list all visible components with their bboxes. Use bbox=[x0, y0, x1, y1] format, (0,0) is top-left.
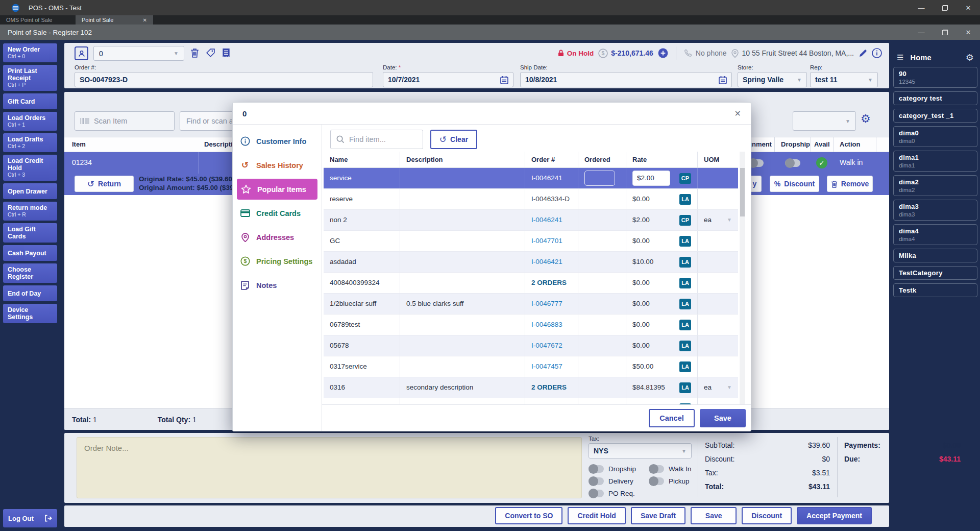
add-icon[interactable] bbox=[658, 48, 668, 58]
category-card[interactable]: dima0 dima0 bbox=[893, 126, 977, 147]
cancel-button[interactable]: Cancel bbox=[649, 409, 695, 427]
info-icon[interactable] bbox=[872, 48, 882, 58]
tab-credit-cards[interactable]: Credit Cards bbox=[233, 201, 322, 225]
toggle-switch[interactable] bbox=[589, 465, 604, 473]
footer-action-button[interactable]: Save bbox=[691, 507, 737, 524]
category-card[interactable]: 90 12345 bbox=[893, 67, 977, 88]
order-link[interactable]: I-0046421 bbox=[531, 258, 562, 266]
inner-close-icon[interactable]: ✕ bbox=[957, 25, 980, 40]
save-button[interactable]: Save bbox=[700, 409, 746, 427]
order-link[interactable]: 2 ORDERS bbox=[531, 279, 567, 287]
sidebar-action-button[interactable]: Cash Payout bbox=[3, 245, 57, 261]
footer-action-button[interactable]: Save Draft bbox=[631, 507, 685, 524]
uom-select[interactable]: ea ▼ bbox=[704, 216, 732, 224]
sidebar-action-button[interactable]: Print Last Receipt Ctrl + P bbox=[3, 65, 57, 91]
discount-item-button[interactable]: % Discount bbox=[770, 176, 819, 192]
scrollbar-thumb[interactable] bbox=[740, 168, 745, 216]
category-card[interactable]: Milka bbox=[893, 249, 977, 262]
close-icon[interactable]: ✕ bbox=[734, 109, 741, 118]
fulfillment-toggle[interactable]: Delivery bbox=[589, 477, 649, 485]
uom-select[interactable]: ea ▼ bbox=[704, 383, 732, 392]
order-link[interactable]: I-0046241 bbox=[531, 174, 562, 182]
customer-counter-select[interactable]: 0 ▼ bbox=[93, 46, 184, 61]
popular-item-row[interactable]: 0317service I-0047457 $50.00 LA bbox=[324, 356, 738, 377]
tab-point-of-sale[interactable]: Point of Sale ✕ bbox=[76, 15, 153, 25]
dropship-toggle[interactable] bbox=[785, 159, 800, 167]
tab-customer-info[interactable]: Customer Info bbox=[233, 129, 322, 153]
popular-item-row[interactable]: non 2 I-0046241 $2.00 CP ea ▼ bbox=[324, 210, 738, 231]
order-number-input[interactable]: SO-0047923-D bbox=[75, 72, 373, 87]
inner-restore-icon[interactable] bbox=[933, 25, 957, 40]
sidebar-action-button[interactable]: Load Gift Cards bbox=[3, 223, 57, 243]
sidebar-action-button[interactable]: Load Orders Ctrl + 1 bbox=[3, 112, 57, 131]
gear-icon[interactable]: ⚙ bbox=[966, 53, 974, 62]
popular-item-row[interactable]: 06789test I-0046883 $0.00 LA bbox=[324, 315, 738, 335]
category-card[interactable]: category_test _1 bbox=[893, 109, 977, 123]
sidebar-action-button[interactable]: End of Day bbox=[3, 285, 57, 301]
toggle-switch[interactable] bbox=[589, 490, 604, 497]
tab-close-icon[interactable]: ✕ bbox=[143, 17, 147, 23]
popular-item-row[interactable]: 0314 Boys' Lizard Head Bootie Slippers -… bbox=[324, 398, 738, 404]
category-card[interactable]: TestCategory bbox=[893, 266, 977, 280]
fulfillment-toggle[interactable]: Walk In bbox=[649, 465, 700, 473]
order-link[interactable]: I-0046334-D bbox=[531, 195, 570, 203]
tab-notes[interactable]: Notes bbox=[233, 273, 322, 297]
ship-date-input[interactable]: 10/8/2021 bbox=[520, 72, 732, 87]
footer-action-button[interactable]: Accept Payment bbox=[797, 507, 872, 524]
tax-select[interactable]: NYS ▼ bbox=[589, 443, 692, 458]
toggle-switch[interactable] bbox=[589, 477, 604, 485]
customer-button[interactable] bbox=[75, 46, 88, 60]
trash-icon[interactable] bbox=[190, 48, 199, 58]
order-link[interactable]: 2 ORDERS bbox=[531, 383, 567, 392]
return-button[interactable]: ↺ Return bbox=[75, 176, 134, 192]
popular-item-row[interactable]: reserve I-0046334-D $0.00 LA bbox=[324, 189, 738, 210]
receipt-icon[interactable] bbox=[222, 48, 230, 58]
ordered-input[interactable] bbox=[584, 171, 615, 186]
fulfillment-toggle[interactable]: PO Req. bbox=[589, 490, 649, 497]
restore-icon[interactable] bbox=[933, 0, 957, 15]
category-card[interactable]: Testk bbox=[893, 283, 977, 297]
order-link[interactable]: I-0047457 bbox=[531, 363, 562, 371]
scan-item-input[interactable]: Scan Item bbox=[75, 111, 175, 131]
remove-item-button[interactable]: Remove bbox=[827, 176, 873, 192]
tab-oms-point-of-sale[interactable]: OMS Point of Sale bbox=[0, 15, 76, 25]
sidebar-action-button[interactable]: Gift Card bbox=[3, 93, 57, 109]
footer-action-button[interactable]: Discount bbox=[742, 507, 792, 524]
order-link[interactable]: I-0046883 bbox=[531, 321, 562, 329]
hamburger-menu-icon[interactable]: ☰ bbox=[897, 53, 903, 62]
gear-icon[interactable]: ⚙ bbox=[861, 113, 871, 125]
tab-popular-items[interactable]: Popular Items bbox=[237, 179, 317, 200]
category-card[interactable]: dima1 dima1 bbox=[893, 151, 977, 172]
fulfillment-toggle[interactable]: Pickup bbox=[649, 477, 700, 485]
toggle-switch[interactable] bbox=[649, 477, 664, 485]
sidebar-action-button[interactable]: Choose Register bbox=[3, 263, 57, 283]
popular-item-row[interactable]: GC I-0047701 $0.00 LA bbox=[324, 231, 738, 252]
minimize-icon[interactable]: — bbox=[910, 0, 933, 15]
items-filter-select[interactable]: ▼ bbox=[793, 111, 856, 131]
sidebar-action-button[interactable]: New Order Ctrl + 0 bbox=[3, 43, 57, 62]
footer-action-button[interactable]: Convert to SO bbox=[495, 507, 562, 524]
category-card[interactable]: category test bbox=[893, 91, 977, 105]
calendar-icon[interactable] bbox=[500, 76, 508, 84]
close-icon[interactable]: ✕ bbox=[957, 0, 980, 15]
fulfillment-toggle[interactable]: Dropship bbox=[589, 465, 649, 473]
category-card[interactable]: dima2 dima2 bbox=[893, 175, 977, 196]
category-card[interactable]: dima4 dima4 bbox=[893, 224, 977, 245]
sidebar-action-button[interactable]: Open Drawer bbox=[3, 183, 57, 199]
rate-input[interactable]: $2.00 bbox=[632, 171, 670, 186]
tab-sales-history[interactable]: ↺ Sales History bbox=[233, 153, 322, 177]
popular-item-row[interactable]: service I-0046241 $2.00 CP bbox=[324, 168, 738, 189]
category-card[interactable]: dima3 dima3 bbox=[893, 200, 977, 221]
popular-item-row[interactable]: 1/2blueclar suff 0.5 blue clarks suff I-… bbox=[324, 294, 738, 315]
order-link[interactable]: I-0046777 bbox=[531, 300, 562, 308]
order-link[interactable]: I-0047701 bbox=[531, 237, 562, 245]
sidebar-action-button[interactable]: Load Drafts Ctrl + 2 bbox=[3, 133, 57, 152]
order-link[interactable]: I-0047672 bbox=[531, 342, 562, 350]
store-select[interactable]: Spring Valle ▼ bbox=[738, 72, 807, 87]
order-link[interactable]: I-0046241 bbox=[531, 216, 562, 224]
tab-pricing-settings[interactable]: $ Pricing Settings bbox=[233, 249, 322, 273]
find-item-search-input[interactable]: Find item... bbox=[330, 130, 423, 149]
order-note-input[interactable] bbox=[77, 437, 582, 498]
clear-button[interactable]: ↺ Clear bbox=[430, 130, 477, 149]
table-scrollbar[interactable] bbox=[740, 152, 745, 404]
